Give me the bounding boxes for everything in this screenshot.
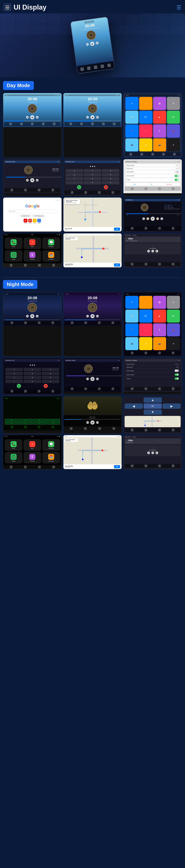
night-app-10[interactable]: ♫ — [139, 323, 152, 336]
prev-1[interactable]: ◀◀ — [26, 116, 29, 119]
app-music[interactable]: ♪ — [139, 97, 152, 110]
cp-spotify[interactable]: 🎧 Spotify — [5, 250, 23, 262]
app-spotify[interactable]: ♫ — [139, 124, 152, 137]
night-dial-2[interactable]: 2 — [24, 368, 41, 371]
app-telegram[interactable]: ✈ — [125, 97, 138, 110]
night-prev-2[interactable]: ◀◀ — [86, 315, 89, 317]
auto-connect-toggle[interactable] — [175, 175, 179, 177]
bt-scan-btn[interactable]: Scan — [133, 184, 136, 185]
mini-next[interactable]: ⏭ — [156, 250, 158, 252]
dial-7[interactable]: 7 — [66, 177, 83, 180]
dial-8[interactable]: 8 — [84, 177, 101, 180]
nav-icon-8[interactable] — [91, 123, 94, 125]
apps-nav-1[interactable] — [130, 153, 132, 156]
night-app-14[interactable]: 📁 — [139, 337, 152, 350]
auto-answer-toggle[interactable] — [175, 171, 179, 173]
next-2[interactable]: ▶▶ — [96, 116, 99, 119]
night-cp-podcasts[interactable]: 🎙 Podcasts — [24, 452, 41, 463]
google-search-btn[interactable]: Google Search — [20, 215, 31, 217]
night-app-8[interactable]: 🗺 — [167, 310, 180, 322]
night-dial-4[interactable]: 4 — [5, 372, 23, 375]
cp-audiobooks[interactable]: 📚 Audiobooks — [42, 250, 60, 262]
app-youtube[interactable]: ▶ — [153, 111, 166, 124]
bt-pair-btn[interactable]: Pair — [150, 184, 152, 185]
mini-prev[interactable]: ⏮ — [147, 250, 150, 252]
night-cp-messages[interactable]: 💬 Messages — [42, 439, 60, 451]
play-pause-btn[interactable]: ▮▮ — [90, 41, 95, 46]
next-1[interactable]: ▶▶ — [36, 116, 38, 119]
bt-disconnect-btn[interactable]: Disconnect — [166, 184, 172, 185]
next-btn[interactable]: ▶▶ — [96, 42, 99, 45]
night-auto-connect-toggle[interactable] — [175, 373, 179, 376]
google-search-bar[interactable]: 🔍 Search... — [7, 210, 57, 213]
night-power-toggle[interactable] — [175, 377, 179, 380]
apps-nav-2[interactable] — [140, 153, 143, 156]
nav-icon-2[interactable] — [20, 123, 23, 125]
dial-star[interactable]: * — [66, 181, 83, 184]
night-dial-1[interactable]: 1 — [5, 368, 23, 371]
app-files[interactable]: 📁 — [139, 138, 152, 151]
night-bt-next[interactable]: ▶▶ — [96, 378, 99, 380]
eq-btn-4[interactable]: ▶ — [47, 419, 60, 422]
apps-nav-5[interactable] — [173, 153, 176, 156]
dial-4[interactable]: 4 — [66, 173, 83, 177]
night-app-15[interactable]: 📷 — [153, 337, 166, 350]
app-wifi[interactable]: 📡 — [125, 111, 138, 124]
night-app-16[interactable]: ● — [167, 337, 180, 350]
dial-1[interactable]: 1 — [66, 169, 83, 173]
night-app-5[interactable]: 📡 — [125, 310, 138, 322]
night-app-9[interactable]: 📍 — [125, 323, 138, 336]
app-camera[interactable]: 📷 — [153, 138, 166, 151]
photo-next[interactable]: ▶▶ — [96, 421, 99, 424]
dial-5[interactable]: 5 — [84, 173, 101, 177]
nav-left-btn[interactable]: ◀ — [125, 403, 143, 409]
night-dial-3[interactable]: 3 — [42, 368, 59, 371]
night-dial-9[interactable]: 9 — [42, 376, 59, 379]
night-dial-hash[interactable]: # — [42, 380, 59, 383]
night-app-4[interactable]: ⚙ — [167, 296, 180, 309]
dial-6[interactable]: 6 — [102, 173, 119, 177]
eq-btn-3[interactable]: ◀ — [32, 419, 46, 422]
dial-hash[interactable]: # — [102, 181, 119, 184]
eq-btn-5[interactable]: ⊞ — [5, 422, 18, 425]
nav-go-btn[interactable]: GO — [114, 227, 120, 231]
nav-icon-7[interactable] — [80, 123, 83, 125]
night-auto-answer-toggle[interactable] — [175, 370, 179, 372]
apps-nav-3[interactable] — [151, 153, 154, 156]
app-facetime[interactable]: 📹 — [125, 138, 138, 151]
bt-play[interactable]: ▮▮ — [30, 178, 34, 182]
nav-icon-4[interactable] — [42, 123, 45, 125]
eq-btn-7[interactable]: ⊕ — [32, 422, 46, 425]
nav-icon-6[interactable] — [70, 123, 72, 125]
night-app-11[interactable]: 🎙 — [153, 323, 166, 336]
nav-icon-5[interactable] — [53, 123, 55, 125]
call-btn[interactable]: 📞 — [77, 185, 81, 189]
night-cp-spotify[interactable]: 🎧 Spotify — [5, 452, 23, 463]
photo-prev[interactable]: ◀◀ — [86, 421, 89, 424]
night-play-2[interactable]: ▮▮ — [90, 314, 95, 318]
cp-podcasts[interactable]: 🎙 Podcasts — [24, 250, 41, 262]
night-mini-next[interactable]: ⏭ — [156, 452, 158, 454]
night-app-3[interactable]: 🌸 — [153, 296, 166, 309]
night-app-13[interactable]: 📹 — [125, 337, 138, 350]
nav-enter-btn[interactable]: OK — [144, 403, 162, 409]
quick-youtube[interactable]: ▶ YouTube — [24, 219, 27, 224]
quick-mail[interactable]: M Gmail — [28, 219, 32, 224]
quick-maps[interactable]: 📍 Maps — [37, 219, 41, 224]
eq-btn-6[interactable]: ☰ — [19, 422, 32, 425]
hamburger-icon[interactable] — [4, 4, 11, 11]
local-ff[interactable]: ⏩ — [156, 217, 159, 220]
night-mini-play[interactable]: ▶ — [151, 452, 154, 454]
night-next-1[interactable]: ▶▶ — [36, 315, 38, 317]
night-next-2[interactable]: ▶▶ — [96, 315, 99, 317]
nav-icon-10[interactable] — [113, 123, 115, 125]
night-play-1[interactable]: ▮▮ — [30, 314, 34, 318]
dial-2[interactable]: 2 — [84, 169, 101, 173]
night-nav-go-btn[interactable]: GO — [114, 465, 120, 468]
local-next[interactable]: ⏭ — [160, 217, 163, 220]
eq-btn-8[interactable]: ⚙ — [47, 422, 60, 425]
night-dial-6[interactable]: 6 — [42, 372, 59, 375]
night-cp-phone[interactable]: 📞 Phone — [5, 439, 23, 451]
nav-icon[interactable]: ☰ — [177, 4, 181, 10]
night-dial-5[interactable]: 5 — [24, 372, 41, 375]
